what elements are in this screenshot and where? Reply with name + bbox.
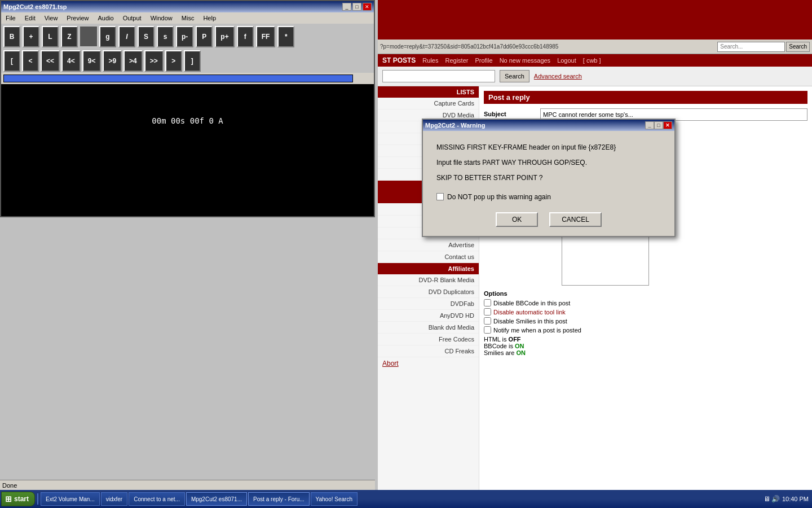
nav-cwb[interactable]: [ cwb ]: [583, 57, 601, 64]
taskbar-post-reply[interactable]: Post a reply - Foru...: [248, 492, 310, 506]
taskbar-ext2[interactable]: Ext2 Volume Man...: [41, 492, 100, 506]
menu-preview[interactable]: Preview: [64, 14, 91, 23]
dialog-title: Mpg2Cut2 - Warning: [425, 122, 645, 129]
timecode-display: 00m 00s 00f 0 A: [152, 116, 223, 125]
dialog-minimize-btn[interactable]: _: [645, 121, 654, 129]
taskbar-mpg2cut2[interactable]: Mpg2Cut2 es8071...: [186, 492, 247, 506]
sidebar-lists-header: LISTS: [378, 86, 479, 98]
dialog-close-btn[interactable]: ✕: [663, 121, 672, 129]
dialog-cancel-btn[interactable]: CANCEL: [549, 212, 602, 227]
menu-output[interactable]: Output: [121, 14, 144, 23]
sidebar-item-blank-dvd[interactable]: Blank dvd Media: [378, 322, 479, 334]
minimize-btn[interactable]: _: [342, 3, 351, 11]
toolbar-prev1[interactable]: <: [22, 50, 39, 72]
video-display: 00m 00s 00f 0 A: [1, 84, 374, 157]
toolbar-b[interactable]: B: [3, 26, 20, 47]
sidebar-item-capture-cards[interactable]: Capture Cards: [378, 98, 479, 110]
menu-help[interactable]: Help: [201, 14, 218, 23]
taskbar-time: 10:40 PM: [782, 496, 809, 502]
taskbar-vidxfer-label: vidxfer: [106, 496, 122, 502]
toolbar-pminus[interactable]: p-: [176, 26, 193, 47]
option-notify-label: Notify me when a post is posted: [493, 327, 581, 334]
toolbar-z[interactable]: Z: [61, 26, 78, 47]
abort-link[interactable]: Abort: [378, 357, 479, 370]
taskbar-vidxfer[interactable]: vidxfer: [101, 492, 127, 506]
nav-register[interactable]: Register: [445, 57, 468, 64]
browser-search-btn[interactable]: Search: [786, 42, 810, 52]
sidebar-item-dvdfab[interactable]: DVDFab: [378, 298, 479, 310]
toolbar-g[interactable]: g: [99, 26, 116, 47]
nav-logout[interactable]: Logout: [557, 57, 576, 64]
toolbar-4lt[interactable]: 4<: [61, 50, 81, 72]
toolbar-i[interactable]: I: [118, 26, 135, 47]
close-btn[interactable]: ✕: [363, 3, 372, 11]
toolbar-ff[interactable]: FF: [256, 26, 276, 47]
toolbar-l[interactable]: L: [42, 26, 59, 47]
advanced-search-link[interactable]: Advanced search: [534, 73, 582, 80]
toolbar-prev2[interactable]: <<: [41, 50, 60, 72]
forum-header: [378, 0, 812, 40]
smilies-status: Smilies are ON: [484, 349, 807, 356]
option-disable-auto-tool-checkbox[interactable]: [484, 308, 491, 316]
sidebar-item-cd-freaks[interactable]: CD Freaks: [378, 345, 479, 357]
toolbar-gtgt[interactable]: >>: [144, 50, 164, 72]
dialog-restore-btn[interactable]: □: [654, 121, 663, 129]
option-disable-auto-tool-label[interactable]: Disable automatic tool link: [493, 309, 566, 316]
sidebar-item-free-codecs[interactable]: Free Codecs: [378, 334, 479, 345]
nav-rules[interactable]: Rules: [422, 57, 438, 64]
sidebar-item-contact[interactable]: Contact us: [378, 251, 479, 263]
toolbar-p-upper[interactable]: P: [196, 26, 213, 47]
toolbar-f[interactable]: f: [237, 26, 254, 47]
toolbar-bracket-open[interactable]: [: [3, 50, 20, 72]
toolbar-gt4[interactable]: >4: [123, 50, 143, 72]
dialog-ok-btn[interactable]: OK: [496, 212, 538, 227]
menu-audio[interactable]: Audio: [95, 14, 116, 23]
browser-search-input[interactable]: [717, 42, 785, 52]
timeline-bar[interactable]: [3, 75, 353, 82]
menu-edit[interactable]: Edit: [23, 14, 38, 23]
sidebar-item-advertise[interactable]: Advertise: [378, 239, 479, 251]
nav-no-new-msgs[interactable]: No new messages: [500, 57, 551, 64]
mpg2cut2-window: Mpg2Cut2 es8071.tsp _ □ ✕ File Edit View…: [0, 0, 375, 217]
toolbar-9lt[interactable]: 9<: [82, 50, 102, 72]
start-button[interactable]: ⊞ start: [1, 492, 35, 506]
forum-search-btn[interactable]: Search: [500, 70, 529, 82]
toolbar-pplus[interactable]: p+: [215, 26, 234, 47]
warning-checkbox-label: Do NOT pop up this warning again: [447, 193, 551, 201]
timeline-container: [1, 73, 374, 84]
menu-misc[interactable]: Misc: [179, 14, 197, 23]
mpg2cut2-titlebar: Mpg2Cut2 es8071.tsp _ □ ✕: [1, 1, 374, 12]
html-status: HTML is OFF: [484, 336, 807, 343]
taskbar-connect[interactable]: Connect to a net...: [129, 492, 185, 506]
start-label: start: [14, 495, 29, 503]
forum-title: ST POSTS: [382, 56, 416, 64]
warning-checkbox[interactable]: [436, 193, 444, 200]
toolbar-plus[interactable]: +: [23, 26, 39, 47]
option-disable-bbcode-checkbox[interactable]: [484, 299, 491, 306]
toolbar-star[interactable]: *: [277, 26, 294, 47]
taskbar-yahoo[interactable]: Yahoo! Search: [311, 492, 358, 506]
menu-file[interactable]: File: [3, 14, 18, 23]
dialog-body: MISSING FIRST KEY-FRAME header on input …: [423, 131, 674, 236]
warning-dialog: Mpg2Cut2 - Warning _ □ ✕ MISSING FIRST K…: [422, 119, 676, 237]
status-bar: Done: [0, 480, 375, 490]
toolbar-gt[interactable]: >: [165, 50, 182, 72]
sidebar-item-anydvd[interactable]: AnyDVD HD: [378, 310, 479, 322]
sidebar-item-dvd-dup[interactable]: DVD Duplicators: [378, 286, 479, 298]
option-disable-smilies-checkbox[interactable]: [484, 317, 491, 325]
toolbar-bracket-close[interactable]: ]: [184, 50, 201, 72]
toolbar-s-lower[interactable]: s: [157, 26, 174, 47]
forum-search-input[interactable]: [382, 70, 495, 82]
menu-window[interactable]: Window: [148, 14, 175, 23]
toolbar-s-upper[interactable]: S: [138, 26, 155, 47]
option-notify-checkbox[interactable]: [484, 326, 491, 334]
taskbar-ext2-label: Ext2 Volume Man...: [46, 496, 95, 502]
sidebar-item-dvdr-blank[interactable]: DVD-R Blank Media: [378, 274, 479, 286]
dialog-line2: Input file starts PART WAY THROUGH GOP/S…: [436, 157, 661, 168]
taskbar: ⊞ start Ext2 Volume Man... vidxfer Conne…: [0, 490, 812, 508]
nav-profile[interactable]: Profile: [475, 57, 492, 64]
maximize-btn[interactable]: □: [352, 3, 361, 11]
windows-logo-icon: ⊞: [5, 494, 12, 503]
toolbar-gt9[interactable]: >9: [103, 50, 122, 72]
menu-view[interactable]: View: [42, 14, 60, 23]
